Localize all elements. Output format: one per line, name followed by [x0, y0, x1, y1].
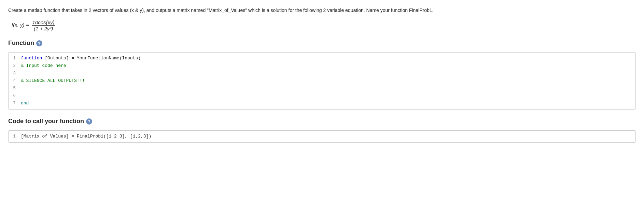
- code-line-4: % SILENCE ALL OUTPUTS!!!: [21, 77, 633, 85]
- problem-description: Create a matlab function that takes in 2…: [8, 7, 636, 14]
- call-line-numbers: 1: [9, 133, 18, 140]
- call-code-editor[interactable]: 1 [Matrix_of_Values] = FinalProb1([1 2 3…: [8, 130, 636, 143]
- function-code-lines[interactable]: function [Outputs] = YourFunctionName(In…: [21, 55, 635, 107]
- call-section-title: Code to call your function: [8, 118, 84, 125]
- code-line-7: end: [21, 100, 633, 107]
- call-code-line-1: [Matrix_of_Values] = FinalProb1([1 2 3],…: [21, 133, 633, 140]
- code-line-3: [21, 70, 633, 77]
- function-section-header: Function ?: [8, 40, 636, 47]
- formula-denominator: (1 + 2y²): [33, 26, 54, 31]
- call-section-header: Code to call your function ?: [8, 118, 636, 125]
- call-help-icon[interactable]: ?: [86, 118, 92, 125]
- function-section-title: Function: [8, 40, 34, 47]
- function-line-numbers: 1 2 3 4 5 6 7: [9, 55, 18, 107]
- math-formula: f(x, y) = 10cos(xy) (1 + 2y²): [12, 19, 636, 31]
- call-code-lines[interactable]: [Matrix_of_Values] = FinalProb1([1 2 3],…: [21, 133, 635, 140]
- code-line-1: function [Outputs] = YourFunctionName(In…: [21, 55, 633, 62]
- function-code-editor[interactable]: 1 2 3 4 5 6 7 function [Outputs] = YourF…: [8, 52, 636, 110]
- code-line-6: [21, 92, 633, 100]
- formula-fraction: 10cos(xy) (1 + 2y²): [32, 19, 55, 31]
- formula-numerator: 10cos(xy): [32, 19, 55, 26]
- function-help-icon[interactable]: ?: [36, 40, 42, 46]
- formula-label: f(x, y) =: [12, 22, 29, 28]
- code-line-2: % Input code here: [21, 62, 633, 70]
- code-line-5: [21, 85, 633, 92]
